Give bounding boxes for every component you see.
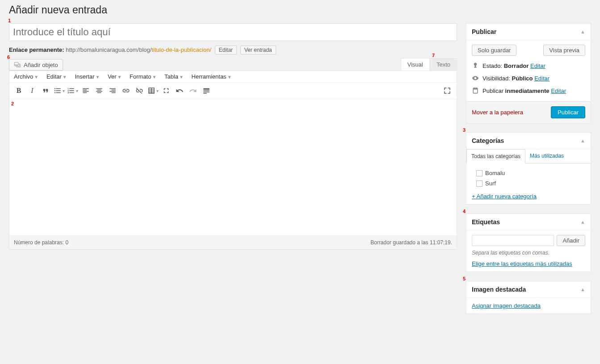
tab-text[interactable]: Texto <box>430 58 457 71</box>
add-category-link[interactable]: + Añadir nueva categoría <box>472 193 537 200</box>
schedule-row: Publicar inmediatamente Editar <box>472 84 585 97</box>
categories-box-header[interactable]: Categorías▲ <box>466 133 591 149</box>
draft-saved-text: Borrador guardado a las 11:07:19. <box>370 239 452 246</box>
table-button[interactable]: ▾ <box>146 84 159 97</box>
save-draft-button[interactable]: Solo guardar <box>472 45 516 56</box>
menu-ver[interactable]: Ver▼ <box>108 73 122 80</box>
featured-image-box: 5 Imagen destacada▲ Asignar imagen desta… <box>466 281 591 314</box>
add-media-label: Añadir objeto <box>24 62 58 68</box>
editor-menubar: Archivo▼ Editar▼ Insertar▼ Ver▼ Formato▼… <box>9 71 457 83</box>
tab-all-categories[interactable]: Todas las categorías <box>466 149 525 163</box>
checkbox-icon[interactable] <box>476 180 483 187</box>
menu-herramientas[interactable]: Herramientas▼ <box>192 73 232 80</box>
tab-most-used-categories[interactable]: Más utilizadas <box>525 149 568 163</box>
undo-button[interactable] <box>173 84 186 97</box>
collapse-icon: ▲ <box>580 219 585 225</box>
collapse-icon: ▲ <box>580 29 585 34</box>
preview-button[interactable]: Vista previa <box>543 45 585 56</box>
page-title: Añadir nueva entrada <box>9 0 591 18</box>
add-media-button[interactable]: Añadir objeto <box>9 59 63 71</box>
move-to-trash-link[interactable]: Mover a la papelera <box>472 109 523 116</box>
pin-icon <box>472 62 479 69</box>
annotation-7: 7 <box>432 53 435 58</box>
annotation-5: 5 <box>463 276 466 281</box>
word-count: Número de palabras: 0 <box>14 239 68 246</box>
category-item[interactable]: Bomalu <box>472 168 585 178</box>
bold-button[interactable]: B <box>12 84 25 97</box>
permalink-base: http://bomalunicaragua.com/blog/ <box>66 46 151 53</box>
tab-visual[interactable]: Visual <box>401 58 430 71</box>
set-featured-image-link[interactable]: Asignar imagen destacada <box>472 302 541 309</box>
numbered-list-button[interactable]: ▾ <box>66 84 79 97</box>
italic-button[interactable]: I <box>25 84 39 97</box>
collapse-icon: ▲ <box>580 138 585 143</box>
status-row: Estado: Borrador Editar <box>472 59 585 72</box>
categories-box: 3 Categorías▲ Todas las categorías Más u… <box>466 132 591 205</box>
eye-icon <box>472 75 479 82</box>
distraction-free-button[interactable] <box>441 84 454 97</box>
featured-image-box-header[interactable]: Imagen destacada▲ <box>466 281 591 298</box>
toolbar-toggle-button[interactable] <box>200 84 213 97</box>
annotation-2: 2 <box>11 101 14 106</box>
category-item[interactable]: Surf <box>472 178 585 188</box>
editor-toolbar: B I ▾ ▾ ▾ <box>9 83 457 99</box>
calendar-icon <box>472 87 479 94</box>
unlink-button[interactable] <box>133 84 146 97</box>
tags-box-header[interactable]: Etiquetas▲ <box>466 214 591 230</box>
editor-content-area[interactable]: 2 <box>9 99 457 235</box>
permalink-label: Enlace permanente: <box>9 46 64 53</box>
annotation-3: 3 <box>463 127 466 133</box>
annotation-1: 1 <box>8 18 11 23</box>
tag-input[interactable] <box>472 235 554 246</box>
post-title-input[interactable] <box>9 23 457 41</box>
menu-insertar[interactable]: Insertar▼ <box>75 73 100 80</box>
menu-archivo[interactable]: Archivo▼ <box>14 73 38 80</box>
menu-tabla[interactable]: Tabla▼ <box>164 73 184 80</box>
redo-button[interactable] <box>186 84 200 97</box>
edit-slug-button[interactable]: Editar <box>215 46 237 54</box>
publish-box-header[interactable]: Publicar▲ <box>466 24 591 40</box>
tags-box: 4 Etiquetas▲ Añadir Separa las etiquetas… <box>466 213 591 272</box>
blockquote-button[interactable] <box>39 84 52 97</box>
link-button[interactable] <box>119 84 133 97</box>
editor-container: Archivo▼ Editar▼ Insertar▼ Ver▼ Formato▼… <box>9 71 457 250</box>
align-center-button[interactable] <box>92 84 106 97</box>
edit-schedule-link[interactable]: Editar <box>551 88 566 94</box>
align-right-button[interactable] <box>106 84 119 97</box>
checkbox-icon[interactable] <box>476 170 483 176</box>
permalink-row: Enlace permanente: http://bomalunicaragu… <box>9 46 457 54</box>
menu-formato[interactable]: Formato▼ <box>130 73 156 80</box>
menu-editar[interactable]: Editar▼ <box>46 73 67 80</box>
permalink-slug: titulo-de-la-publicacion/ <box>151 46 211 53</box>
edit-visibility-link[interactable]: Editar <box>534 75 550 82</box>
visibility-row: Visibilidad: Público Editar <box>472 72 585 84</box>
collapse-icon: ▲ <box>580 287 585 292</box>
bullet-list-button[interactable]: ▾ <box>52 84 66 97</box>
publish-box: Publicar▲ Solo guardar Vista previa Esta… <box>466 23 591 123</box>
fullscreen-button[interactable] <box>159 84 173 97</box>
tag-hint: Separa las etiquetas con comas. <box>472 250 585 256</box>
choose-popular-tags-link[interactable]: Elige entre las etiquetas más utilizadas <box>472 260 572 267</box>
annotation-4: 4 <box>463 209 466 214</box>
align-left-button[interactable] <box>79 84 92 97</box>
edit-status-link[interactable]: Editar <box>530 63 545 69</box>
editor-statusbar: Número de palabras: 0 Borrador guardado … <box>9 235 457 249</box>
view-post-button[interactable]: Ver entrada <box>240 46 276 54</box>
publish-button[interactable]: Publicar <box>551 106 585 118</box>
annotation-6: 6 <box>7 54 10 60</box>
add-tag-button[interactable]: Añadir <box>557 235 585 246</box>
media-icon <box>14 61 21 68</box>
